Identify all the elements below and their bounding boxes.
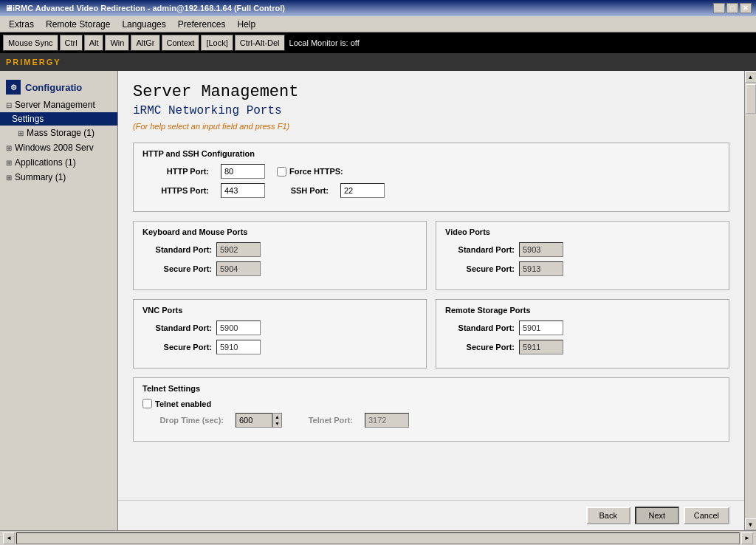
titlebar-icon: 🖥 (4, 4, 13, 13)
sidebar-item-windows[interactable]: ⊞ Windows 2008 Serv (0, 140, 117, 155)
menu-help[interactable]: Help (232, 18, 262, 31)
force-https-checkbox[interactable] (277, 167, 286, 176)
menubar: Extras Remote Storage Languages Preferen… (0, 16, 756, 32)
back-button[interactable]: Back (586, 507, 630, 524)
vertical-scrollbar[interactable]: ▲ ▼ (744, 71, 756, 530)
vnc-legend: VNC Ports (142, 306, 417, 315)
rs-standard-row: Standard Port: (445, 321, 720, 335)
sidebar-item-settings[interactable]: Settings (0, 112, 117, 126)
video-secure-row: Secure Port: (445, 261, 720, 276)
main-layout: ⚙ Configuratio ⊟ Server Management Setti… (0, 71, 756, 530)
http-ssh-section: HTTP and SSH Configuration HTTP Port: Fo… (133, 143, 729, 212)
scroll-up-arrow[interactable]: ▲ (745, 71, 757, 83)
video-standard-input[interactable] (519, 242, 563, 257)
maximize-button[interactable]: □ (726, 3, 738, 13)
ctrl-alt-del-button[interactable]: Ctrl-Alt-Del (235, 35, 285, 51)
km-video-row: Keyboard and Mouse Ports Standard Port: … (133, 221, 729, 290)
km-standard-input[interactable] (216, 242, 261, 257)
rs-secure-row: Secure Port: (445, 340, 720, 354)
lock-button[interactable]: [Lock] (201, 35, 233, 51)
rs-secure-label: Secure Port: (445, 343, 519, 352)
rs-standard-label: Standard Port: (445, 323, 519, 332)
force-https-label: Force HTTPS: (277, 167, 343, 176)
telnet-port-label: Telnet Port: (294, 416, 353, 425)
video-secure-input[interactable] (519, 261, 563, 276)
http-port-input[interactable] (221, 164, 265, 179)
mouse-sync-button[interactable]: Mouse Sync (3, 35, 58, 51)
telnet-enabled-label: Telnet enabled (142, 399, 211, 408)
content-area: Server Management iRMC Networking Ports … (118, 71, 744, 500)
remote-storage-legend: Remote Storage Ports (445, 306, 720, 315)
http-row: HTTP Port: Force HTTPS: (142, 164, 720, 179)
https-row: HTTPS Port: SSH Port: (142, 183, 720, 198)
scroll-left-arrow[interactable]: ◄ (3, 532, 15, 544)
telnet-section: Telnet Settings Telnet enabled Drop Time… (133, 377, 729, 442)
drop-time-spinner: ▲ ▼ (236, 413, 282, 428)
vnc-secure-input[interactable] (216, 340, 261, 354)
horizontal-scrollbar[interactable] (16, 532, 740, 544)
spinner-up[interactable]: ▲ (273, 414, 281, 420)
scroll-down-arrow[interactable]: ▼ (745, 518, 757, 530)
titlebar: 🖥 iRMC Advanced Video Redirection - admi… (0, 0, 756, 16)
spinner-down[interactable]: ▼ (273, 420, 281, 427)
page-help: (For help select an input field and pres… (133, 122, 729, 131)
video-section: Video Ports Standard Port: Secure Port: (436, 221, 729, 290)
keyboard-mouse-legend: Keyboard and Mouse Ports (142, 227, 417, 236)
menu-remote-storage[interactable]: Remote Storage (40, 18, 116, 31)
vnc-standard-input[interactable] (216, 321, 261, 335)
video-legend: Video Ports (445, 227, 720, 236)
next-button[interactable]: Next (635, 507, 679, 524)
menu-extras[interactable]: Extras (3, 18, 40, 31)
vnc-standard-label: Standard Port: (142, 323, 216, 332)
minimize-button[interactable]: _ (713, 3, 725, 13)
sidebar-item-summary[interactable]: ⊞ Summary (1) (0, 170, 117, 185)
toolbar: Mouse Sync Ctrl Alt Win AltGr Context [L… (0, 32, 756, 53)
scroll-right-arrow[interactable]: ► (741, 532, 753, 544)
expand-icon-app: ⊞ (6, 159, 12, 167)
expand-icon-sum: ⊞ (6, 174, 12, 182)
altgr-button[interactable]: AltGr (131, 35, 159, 51)
telnet-enabled-row: Telnet enabled (142, 399, 720, 408)
close-button[interactable]: ✕ (740, 3, 752, 13)
https-port-input[interactable] (221, 183, 265, 198)
page-subtitle: iRMC Networking Ports (133, 104, 729, 117)
rs-standard-input[interactable] (519, 321, 563, 335)
titlebar-title: iRMC Advanced Video Redirection - admin@… (13, 4, 285, 13)
titlebar-controls: _ □ ✕ (713, 3, 752, 13)
menu-languages[interactable]: Languages (116, 18, 171, 31)
spinner-buttons: ▲ ▼ (272, 413, 282, 428)
logobar: PRIMERGY (0, 53, 756, 71)
expand-icon: ⊟ (6, 101, 12, 109)
vnc-section: VNC Ports Standard Port: Secure Port: (133, 299, 427, 369)
vnc-secure-label: Secure Port: (142, 343, 216, 352)
cancel-button[interactable]: Cancel (684, 507, 729, 524)
footer: Back Next Cancel (118, 500, 744, 530)
keyboard-mouse-section: Keyboard and Mouse Ports Standard Port: … (133, 221, 427, 290)
km-standard-row: Standard Port: (142, 242, 417, 257)
ctrl-button[interactable]: Ctrl (60, 35, 83, 51)
sidebar-item-applications[interactable]: ⊞ Applications (1) (0, 155, 117, 170)
menu-preferences[interactable]: Preferences (172, 18, 232, 31)
km-secure-input[interactable] (216, 261, 261, 276)
scroll-thumb[interactable] (746, 84, 756, 114)
sidebar-item-server-management[interactable]: ⊟ Server Management (0, 97, 117, 112)
telnet-ports-row: Drop Time (sec): ▲ ▼ Telnet Port: (142, 413, 720, 428)
vnc-remote-row: VNC Ports Standard Port: Secure Port: Re… (133, 299, 729, 369)
drop-time-input[interactable] (236, 413, 272, 428)
km-secure-label: Secure Port: (142, 264, 216, 273)
ssh-port-input[interactable] (340, 183, 385, 198)
win-button[interactable]: Win (105, 35, 129, 51)
telnet-enabled-checkbox[interactable] (142, 399, 152, 408)
expand-icon-mass: ⊞ (18, 129, 24, 137)
sidebar-item-mass-storage[interactable]: ⊞ Mass Storage (1) (0, 126, 117, 140)
context-button[interactable]: Context (162, 35, 200, 51)
alt-button[interactable]: Alt (84, 35, 104, 51)
telnet-port-input[interactable] (365, 413, 409, 428)
drop-time-label: Drop Time (sec): (142, 416, 224, 425)
local-monitor-status: Local Monitor is: off (289, 38, 360, 47)
config-icon: ⚙ (6, 80, 21, 95)
expand-icon-win: ⊞ (6, 144, 12, 152)
https-port-label: HTTPS Port: (142, 186, 209, 195)
sidebar-title: ⚙ Configuratio (0, 77, 117, 97)
rs-secure-input[interactable] (519, 340, 563, 354)
